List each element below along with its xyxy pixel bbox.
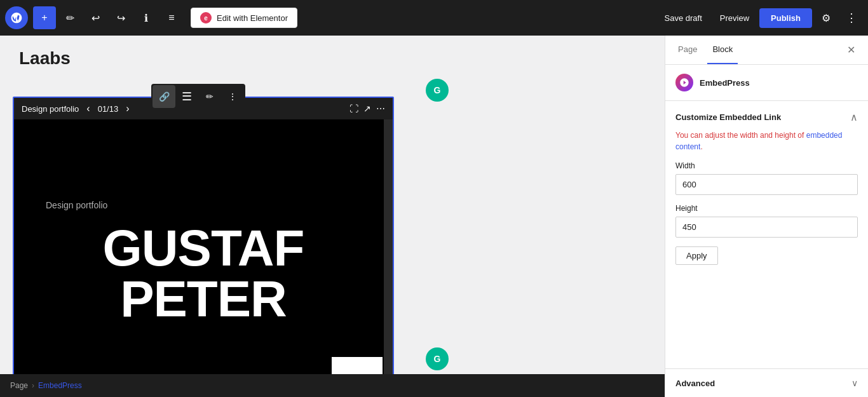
content-area: Laabs G 🔗 ☰ ✏ ⋮ Design portfolio	[0, 36, 665, 397]
info-button[interactable]: ℹ	[135, 6, 158, 29]
height-input[interactable]	[675, 217, 858, 238]
page-tab[interactable]: Page	[673, 36, 702, 64]
edit-elementor-label: Edit with Elementor	[217, 13, 288, 23]
embedpress-header: EmbedPress	[665, 65, 868, 101]
apply-button[interactable]: Apply	[675, 246, 718, 265]
embed-title: Design portfolio	[22, 104, 79, 114]
block-toolbar: 🔗 ☰ ✏ ⋮	[151, 84, 245, 109]
redo-button[interactable]: ↪	[109, 6, 132, 29]
align-toolbar-button[interactable]: ☰	[175, 85, 198, 108]
embed-fullscreen-button[interactable]: ⛶	[349, 104, 358, 114]
preview-button[interactable]: Preview	[712, 10, 757, 27]
wordpress-icon	[10, 11, 23, 24]
publish-button[interactable]: Publish	[759, 8, 812, 28]
info-icon: ℹ	[144, 12, 148, 24]
section-title: Customize Embedded Link	[675, 112, 781, 122]
embed-text-line1: GUSTAF	[103, 223, 304, 274]
advanced-section[interactable]: Advanced ∨	[665, 368, 868, 397]
edit-toolbar-button[interactable]: ✏	[198, 85, 221, 108]
section-header: Customize Embedded Link ∧	[675, 111, 858, 123]
elementor-icon: e	[200, 12, 212, 24]
add-block-button[interactable]: +	[33, 6, 56, 29]
redo-icon: ↪	[117, 12, 125, 24]
embedpress-logo	[675, 74, 693, 91]
undo-button[interactable]: ↩	[84, 6, 107, 29]
sidebar-tabs: Page Block ✕	[665, 36, 868, 65]
more-options-button[interactable]: ⋮	[840, 6, 863, 29]
embed-prev-button[interactable]: ‹	[84, 102, 92, 116]
section-collapse-button[interactable]: ∧	[850, 111, 858, 123]
view-button[interactable]: ≡	[160, 6, 183, 29]
embed-text-line2: PETER	[103, 274, 304, 325]
embed-next-button[interactable]: ›	[123, 102, 132, 116]
close-icon: ✕	[847, 44, 855, 56]
link-toolbar-button[interactable]: 🔗	[153, 85, 175, 108]
embedpress-name: EmbedPress	[700, 78, 750, 88]
more-toolbar-button[interactable]: ⋮	[221, 85, 244, 108]
settings-button[interactable]: ⚙	[815, 6, 837, 29]
breadcrumb-separator: ›	[32, 381, 34, 390]
tools-icon: ✏	[66, 12, 74, 24]
width-input[interactable]	[675, 174, 858, 195]
settings-icon: ⚙	[822, 12, 831, 24]
embed-subtitle: Design portfolio	[46, 200, 107, 210]
embed-page-indicator: 01/13	[98, 104, 119, 114]
more-icon: ⋮	[228, 91, 237, 102]
green-circle-top: G	[426, 79, 449, 102]
wp-logo[interactable]	[5, 6, 28, 29]
embed-share-button[interactable]: ↗	[363, 104, 371, 114]
breadcrumb: Page › EmbedPress	[0, 374, 665, 397]
right-sidebar: Page Block ✕ EmbedPress Customize Embedd…	[665, 36, 868, 397]
chevron-up-icon: ∧	[850, 112, 858, 123]
embedpress-logo-icon	[679, 77, 689, 88]
embed-header-left: Design portfolio ‹ 01/13 ›	[22, 102, 132, 116]
breadcrumb-current[interactable]: EmbedPress	[38, 381, 82, 390]
close-sidebar-button[interactable]: ✕	[842, 36, 860, 64]
embed-big-text: GUSTAF PETER	[103, 223, 304, 325]
block-tab[interactable]: Block	[707, 36, 738, 64]
link-icon: 🔗	[159, 91, 170, 102]
list-icon: ≡	[168, 12, 174, 24]
pencil-icon: ✏	[206, 91, 214, 102]
save-draft-button[interactable]: Save draft	[657, 10, 710, 27]
chevron-down-icon: ∨	[851, 378, 858, 388]
sidebar-content: Customize Embedded Link ∧ You can adjust…	[665, 101, 868, 368]
description-text: You can adjust the width and height of e…	[675, 130, 858, 152]
undo-icon: ↩	[92, 12, 100, 24]
green-circle-bottom: G	[426, 347, 449, 370]
edit-elementor-button[interactable]: e Edit with Elementor	[191, 8, 297, 28]
main-layout: Laabs G 🔗 ☰ ✏ ⋮ Design portfolio	[0, 36, 868, 397]
breadcrumb-page[interactable]: Page	[10, 381, 28, 390]
embed-block: Design portfolio ‹ 01/13 › ⛶ ↗ ⋯ Design …	[13, 97, 394, 397]
page-title: Laabs	[13, 48, 652, 69]
embed-header-right: ⛶ ↗ ⋯	[349, 104, 385, 114]
height-label: Height	[675, 204, 858, 213]
width-label: Width	[675, 161, 858, 170]
embed-content: Design portfolio GUSTAF PETER ◀ ▶	[14, 119, 393, 397]
embed-more-button[interactable]: ⋯	[376, 104, 385, 114]
advanced-label: Advanced	[675, 379, 715, 388]
tools-button[interactable]: ✏	[58, 6, 81, 29]
more-vert-icon: ⋮	[846, 11, 858, 25]
align-icon: ☰	[182, 90, 192, 104]
embed-scrollbar-v[interactable]	[384, 119, 393, 397]
top-bar: + ✏ ↩ ↪ ℹ ≡ e Edit with Elementor Save d…	[0, 0, 868, 36]
